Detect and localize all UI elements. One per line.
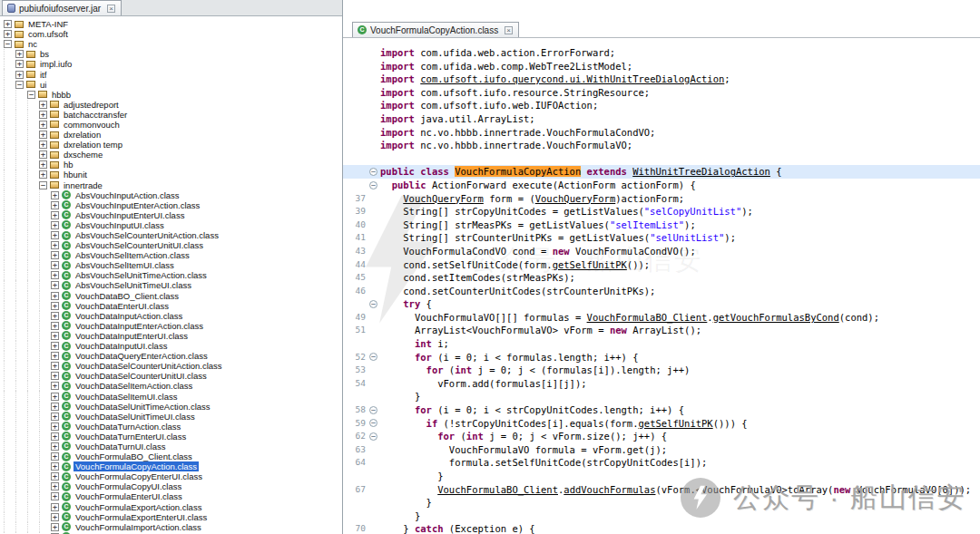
code-editor[interactable]: import com.ufida.web.action.ErrorForward…: [343, 38, 980, 534]
expand-icon[interactable]: +: [51, 442, 59, 451]
expand-icon[interactable]: +: [4, 30, 12, 38]
fold-collapse-icon[interactable]: −: [367, 297, 380, 311]
expand-icon[interactable]: +: [51, 513, 59, 521]
code-link[interactable]: addVouchFormulas: [564, 484, 655, 495]
expand-icon[interactable]: +: [51, 241, 59, 249]
expand-icon[interactable]: +: [39, 131, 47, 139]
expand-icon[interactable]: +: [15, 50, 24, 58]
expand-icon[interactable]: +: [51, 251, 59, 259]
tree-item[interactable]: +CVouchFormulaEnterUI.class: [4, 491, 342, 501]
tree-item[interactable]: +CVouchFormulaCopyEnterUI.class: [4, 471, 342, 481]
tree-item[interactable]: +CVouchDataInputEnterUI.class: [4, 331, 342, 341]
collapse-icon[interactable]: −: [27, 91, 35, 99]
fold-collapse-icon[interactable]: −: [367, 351, 380, 364]
tree-item[interactable]: −nc: [4, 39, 342, 49]
tree-item[interactable]: −hbbb: [4, 90, 342, 100]
collapse-icon[interactable]: −: [39, 181, 47, 189]
expand-icon[interactable]: +: [4, 20, 12, 28]
expand-icon[interactable]: +: [51, 261, 59, 269]
tree-item[interactable]: +CVouchDataSelItemAction.class: [4, 381, 342, 391]
tree-item[interactable]: +CAbsVouchInputUI.class: [4, 220, 342, 230]
package-tree[interactable]: +META-INF+com.ufsoft−nc+bs+impl.iufo+itf…: [0, 16, 342, 534]
tree-item[interactable]: +CAbsVouchSelUnitTimeUI.class: [4, 280, 342, 290]
expand-icon[interactable]: +: [39, 150, 47, 159]
tree-item[interactable]: +CAbsVouchInputEnterUI.class: [4, 210, 342, 220]
tree-item[interactable]: +itf: [4, 69, 342, 79]
tree-item[interactable]: +CVouchDataTurnEnterUI.class: [4, 432, 342, 442]
expand-icon[interactable]: +: [51, 362, 59, 370]
tree-item[interactable]: +CVouchDataTurnAction.class: [4, 422, 342, 432]
expand-icon[interactable]: +: [51, 211, 59, 219]
expand-icon[interactable]: +: [51, 492, 59, 500]
tree-item[interactable]: +adjustedreport: [4, 100, 342, 110]
expand-icon[interactable]: +: [51, 342, 59, 350]
code-link[interactable]: getVouchFormulasByCond: [713, 312, 839, 323]
expand-icon[interactable]: +: [51, 221, 59, 229]
tree-item[interactable]: +CAbsVouchInputAction.class: [4, 190, 342, 200]
tree-item[interactable]: +dxrelation: [4, 130, 342, 140]
fold-collapse-icon[interactable]: −: [367, 179, 380, 192]
tree-item[interactable]: +CVouchFormulaExportAction.class: [4, 502, 342, 512]
fold-collapse-icon[interactable]: −: [367, 165, 380, 179]
tree-item[interactable]: +CVouchDataSelItemUI.class: [4, 391, 342, 401]
code-link[interactable]: WithUnitTreeDialogAction: [632, 166, 770, 177]
expand-icon[interactable]: +: [15, 71, 24, 79]
tree-item[interactable]: +CAbsVouchSelCounterUnitUI.class: [4, 240, 342, 250]
expand-icon[interactable]: +: [51, 201, 59, 209]
expand-icon[interactable]: +: [51, 372, 59, 380]
expand-icon[interactable]: +: [51, 482, 59, 490]
tab-class-file[interactable]: C VouchFormulaCopyAction.class ×: [352, 22, 519, 37]
tree-item[interactable]: +bs: [4, 49, 342, 59]
tree-item[interactable]: +CVouchDataBO_Client.class: [4, 291, 342, 301]
expand-icon[interactable]: +: [39, 121, 47, 129]
tree-item[interactable]: +CVouchFormulaExportEnterUI.class: [4, 512, 342, 522]
tree-item[interactable]: +CAbsVouchInputEnterAction.class: [4, 200, 342, 210]
code-link[interactable]: VouchQueryForm: [535, 193, 616, 204]
tree-item[interactable]: +hb: [4, 160, 342, 170]
expand-icon[interactable]: +: [51, 403, 59, 411]
expand-icon[interactable]: +: [51, 292, 59, 300]
tab-jar-file[interactable]: pubiufoiufoserver.jar ×: [2, 0, 122, 15]
tree-item[interactable]: +CVouchDataSelUnitTimeAction.class: [4, 402, 342, 412]
tree-item[interactable]: +dxrelation temp: [4, 140, 342, 150]
expand-icon[interactable]: +: [51, 191, 59, 199]
code-link[interactable]: com.ufsoft.iufo.querycond.ui.WithUnitTre…: [420, 73, 724, 84]
expand-icon[interactable]: +: [51, 352, 59, 360]
expand-icon[interactable]: +: [51, 422, 59, 431]
expand-icon[interactable]: +: [39, 101, 47, 109]
expand-icon[interactable]: +: [51, 281, 59, 289]
expand-icon[interactable]: +: [15, 60, 24, 68]
collapse-icon[interactable]: −: [4, 40, 12, 48]
expand-icon[interactable]: +: [51, 271, 59, 279]
tree-item[interactable]: +CAbsVouchSelItemAction.class: [4, 250, 342, 260]
code-link[interactable]: getSelfUnitPK: [639, 418, 713, 429]
tree-item[interactable]: +CVouchDataSelUnitTimeUI.class: [4, 412, 342, 422]
tree-item[interactable]: +CAbsVouchSelUnitTimeAction.class: [4, 270, 342, 280]
tree-item[interactable]: +CVouchDataSelCounterUnitAction.class: [4, 361, 342, 371]
expand-icon[interactable]: +: [51, 312, 59, 320]
expand-icon[interactable]: +: [51, 393, 59, 401]
expand-icon[interactable]: +: [39, 141, 47, 149]
expand-icon[interactable]: +: [51, 462, 59, 471]
tree-item[interactable]: +impl.iufo: [4, 59, 342, 69]
expand-icon[interactable]: +: [51, 523, 59, 531]
expand-icon[interactable]: +: [51, 413, 59, 421]
expand-icon[interactable]: +: [51, 302, 59, 310]
tree-item[interactable]: +CVouchDataTurnUI.class: [4, 442, 342, 451]
tree-item[interactable]: +dxscheme: [4, 150, 342, 160]
close-icon[interactable]: ×: [107, 5, 115, 13]
tree-item[interactable]: +CVouchDataEnterUI.class: [4, 301, 342, 311]
tree-item[interactable]: +CVouchDataInputEnterAction.class: [4, 321, 342, 331]
tree-item[interactable]: +CVouchFormulaCopyUI.class: [4, 481, 342, 491]
fold-collapse-icon[interactable]: −: [367, 417, 380, 431]
tree-item[interactable]: +com.ufsoft: [4, 29, 342, 39]
tree-item[interactable]: +CAbsVouchSelItemUI.class: [4, 260, 342, 270]
tree-item[interactable]: −innertrade: [4, 180, 342, 190]
code-link[interactable]: getSelfUnitPK: [553, 259, 627, 270]
fold-collapse-icon[interactable]: −: [367, 430, 380, 443]
tree-item[interactable]: +CVouchDataSelCounterUnitUI.class: [4, 371, 342, 381]
expand-icon[interactable]: +: [39, 111, 47, 119]
tree-item[interactable]: +hbunit: [4, 170, 342, 180]
collapse-icon[interactable]: −: [15, 81, 24, 89]
expand-icon[interactable]: +: [51, 332, 59, 340]
